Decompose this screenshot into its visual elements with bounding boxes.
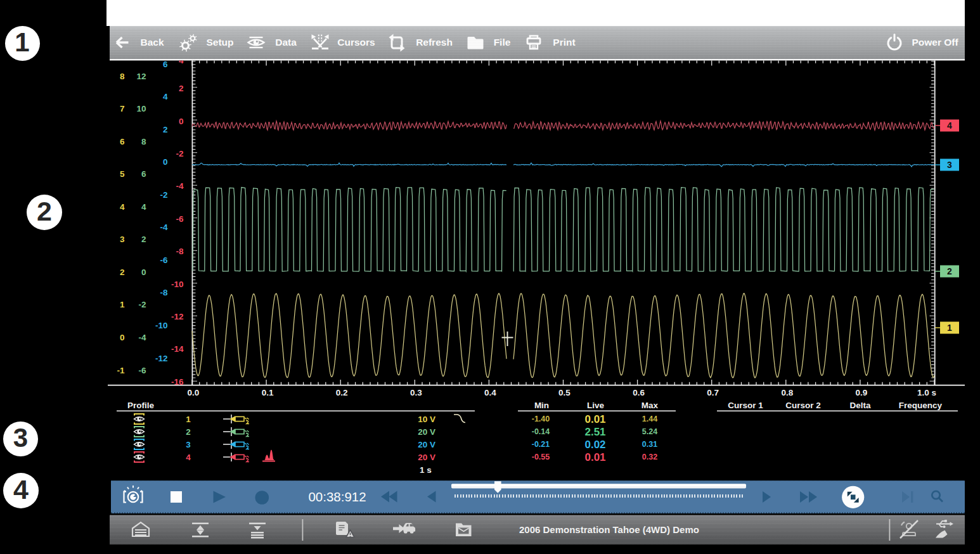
svg-text:2: 2	[186, 427, 191, 437]
svg-text:2: 2	[120, 267, 125, 277]
svg-text:0.1: 0.1	[262, 388, 274, 397]
svg-text:-6: -6	[160, 255, 167, 265]
svg-text:7: 7	[120, 104, 125, 113]
svg-text:8: 8	[141, 137, 146, 146]
svg-text:0.6: 0.6	[633, 388, 645, 397]
svg-text:-2: -2	[160, 190, 167, 200]
svg-text:-0.55: -0.55	[532, 453, 550, 461]
svg-text:-4: -4	[176, 181, 183, 191]
svg-text:2.51: 2.51	[584, 426, 605, 438]
svg-text:0.3: 0.3	[410, 388, 422, 397]
svg-text:-1.40: -1.40	[532, 415, 550, 423]
svg-text:Delta: Delta	[849, 401, 871, 410]
svg-text:Min: Min	[534, 401, 549, 410]
svg-text:0.7: 0.7	[707, 388, 719, 397]
svg-text:1: 1	[186, 415, 191, 424]
svg-text:0.01: 0.01	[584, 413, 605, 425]
svg-text:-14: -14	[171, 344, 184, 354]
svg-text:-4: -4	[160, 222, 167, 232]
svg-text:-8: -8	[176, 247, 183, 256]
svg-text:-10: -10	[171, 280, 184, 289]
svg-text:0.9: 0.9	[856, 388, 868, 397]
svg-text:-1: -1	[117, 366, 124, 375]
svg-text:0.31: 0.31	[642, 440, 657, 449]
svg-text:0: 0	[163, 157, 168, 167]
svg-text:Profile: Profile	[127, 401, 155, 410]
svg-text:12: 12	[136, 72, 146, 81]
svg-text:-8: -8	[160, 288, 167, 297]
svg-text:-6: -6	[176, 214, 183, 224]
svg-text:00:38:912: 00:38:912	[308, 489, 366, 504]
svg-text:0.01: 0.01	[584, 451, 605, 463]
svg-text:2: 2	[947, 266, 952, 276]
svg-text:1 s: 1 s	[420, 465, 432, 475]
svg-text:-6: -6	[138, 366, 146, 375]
svg-text:10: 10	[136, 104, 146, 113]
svg-text:-4: -4	[138, 333, 146, 342]
svg-text:3: 3	[120, 235, 125, 244]
svg-text:4: 4	[179, 56, 184, 65]
svg-text:10 V: 10 V	[418, 415, 435, 424]
svg-text:6: 6	[120, 137, 125, 146]
svg-text:2: 2	[179, 84, 184, 93]
svg-text:0.8: 0.8	[781, 388, 793, 397]
svg-text:20 V: 20 V	[418, 453, 435, 462]
svg-text:4: 4	[141, 202, 146, 212]
svg-text:6: 6	[163, 60, 168, 69]
svg-text:0: 0	[179, 117, 184, 126]
svg-text:4: 4	[120, 202, 125, 212]
svg-text:-16: -16	[171, 377, 184, 387]
svg-text:-2: -2	[176, 149, 183, 158]
svg-text:Live: Live	[587, 401, 605, 410]
svg-text:0.02: 0.02	[584, 439, 605, 451]
svg-text:3: 3	[947, 160, 952, 170]
svg-text:20 V: 20 V	[418, 427, 435, 437]
svg-text:1.44: 1.44	[642, 415, 657, 423]
svg-text:Cursor 1: Cursor 1	[728, 401, 763, 410]
svg-text:1: 1	[120, 300, 125, 309]
svg-text:6: 6	[141, 169, 146, 179]
svg-text:-10: -10	[155, 321, 168, 330]
svg-text:0.2: 0.2	[336, 388, 348, 397]
svg-text:2: 2	[163, 125, 168, 134]
svg-text:1: 1	[947, 323, 952, 333]
svg-text:Frequency: Frequency	[899, 401, 943, 410]
svg-text:0: 0	[120, 333, 125, 342]
svg-text:4: 4	[186, 453, 191, 462]
svg-text:0.0: 0.0	[188, 388, 200, 397]
svg-text:4: 4	[947, 120, 952, 131]
svg-text:0: 0	[141, 267, 146, 277]
svg-text:20 V: 20 V	[418, 440, 435, 449]
svg-text:1.0 s: 1.0 s	[917, 388, 936, 397]
svg-text:4: 4	[163, 92, 168, 101]
svg-text:0.5: 0.5	[558, 388, 571, 397]
svg-text:-12: -12	[155, 354, 168, 363]
svg-text:-0.14: -0.14	[532, 427, 550, 436]
svg-text:5.24: 5.24	[642, 427, 657, 436]
svg-text:8: 8	[120, 72, 125, 81]
svg-text:-2: -2	[138, 300, 146, 309]
svg-text:0.32: 0.32	[642, 453, 657, 461]
svg-text:0.4: 0.4	[484, 388, 496, 397]
svg-text:Cursor 2: Cursor 2	[785, 401, 821, 410]
svg-text:2: 2	[141, 235, 146, 244]
svg-text:5: 5	[120, 169, 125, 179]
svg-text:-12: -12	[171, 312, 184, 321]
svg-text:3: 3	[186, 440, 191, 449]
svg-text:-0.21: -0.21	[532, 440, 550, 449]
svg-text:Max: Max	[642, 401, 659, 410]
svg-text:2006 Demonstration Tahoe (4WD): 2006 Demonstration Tahoe (4WD) Demo	[519, 524, 699, 535]
